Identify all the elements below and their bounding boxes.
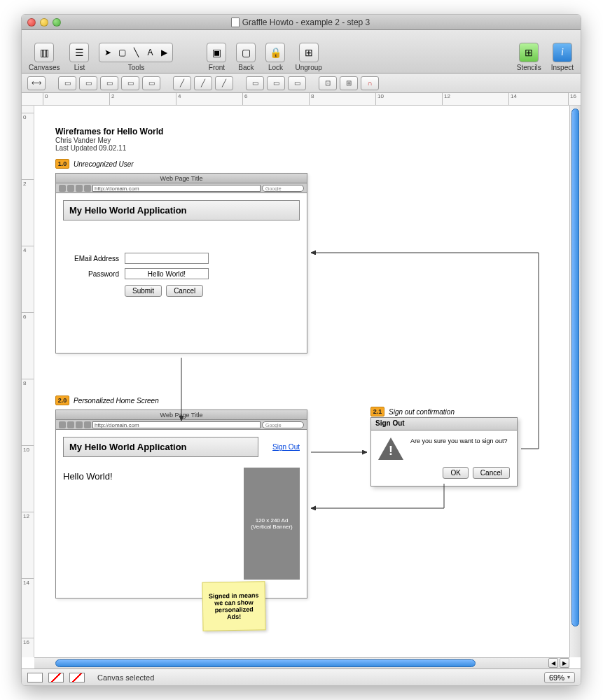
toolbar-lock[interactable]: 🔒 Lock [265,43,285,71]
signout-dialog[interactable]: Sign Out ! Are you sure you want to sign… [370,417,518,486]
nav-stop-icon [84,185,91,192]
wireframe-home[interactable]: Web Page Title http://domain.com Google … [55,410,307,598]
nav-fwd-icon [67,421,74,428]
scrollbar-vertical[interactable] [569,106,581,657]
window-title-text: Graffle Howto - example 2 - step 3 [242,18,370,27]
send-back-icon: ▢ [236,43,256,62]
toolbar-list[interactable]: ☰ List [69,43,89,71]
window-title: Graffle Howto - example 2 - step 3 [61,18,540,27]
shadow-swatch[interactable] [69,673,85,682]
grid-button[interactable]: ⊞ [340,76,358,90]
nav-back-icon [59,421,66,428]
browser-navbar-2: http://domain.com Google [56,420,307,430]
document-icon [231,18,240,27]
nav-reload-icon [76,421,83,428]
main-toolbar: ▥ Canvases ☰ List ➤ ▢ ╲ A ▶ Tools ▣ Fron… [22,30,581,74]
toolbar-stencils[interactable]: ⊞ Stencils [517,43,541,71]
cancel-button[interactable]: Cancel [166,285,203,297]
inspect-icon: i [553,43,572,62]
style-4-button[interactable]: ▭ [121,76,139,90]
url-bar-2: http://domain.com [92,421,261,428]
doc-updated: Last Updated 09.02.11 [55,144,548,152]
endpoint-2-button[interactable]: ▭ [267,76,285,90]
style-2-button[interactable]: ▭ [79,76,97,90]
status-text: Canvas selected [97,673,154,682]
wireframe-login[interactable]: Web Page Title http://domain.com Google … [55,173,307,354]
snap-button[interactable]: ⊡ [319,76,337,90]
style-3-button[interactable]: ▭ [100,76,118,90]
style-5-button[interactable]: ▭ [142,76,160,90]
doc-author: Chris Vander Mey [55,136,548,144]
dialog-title: Sign Out [371,418,517,430]
list-icon: ☰ [69,43,89,62]
search-bar: Google [262,185,304,192]
stencils-icon: ⊞ [519,43,539,62]
text-tool-icon[interactable]: A [144,46,156,59]
browser-chrome-2: Web Page Title [56,410,307,420]
status-bar: Canvas selected 69% [22,668,581,685]
align-button[interactable]: ⟷ [27,76,46,90]
email-field[interactable] [125,253,209,264]
magnet-button[interactable]: ∩ [361,76,379,90]
toolbar-back[interactable]: ▢ Back [236,43,256,71]
password-field[interactable] [125,268,209,279]
search-bar-2: Google [262,421,304,428]
toolbar-canvases[interactable]: ▥ Canvases [29,43,60,71]
step-2-badge: 2.0 [55,396,69,405]
scrollbar-h-thumb[interactable] [55,659,476,667]
scrollbar-horizontal[interactable]: ◀ ▶ [34,657,569,668]
ruler-horizontal: 0 2 4 6 8 10 12 14 16 [22,93,581,106]
submit-button[interactable]: Submit [125,285,162,297]
endpoint-3-button[interactable]: ▭ [288,76,306,90]
step-1-badge: 1.0 [55,159,69,169]
toolbar-inspect[interactable]: i Inspect [551,43,574,71]
pointer-tool-icon[interactable]: ➤ [102,46,114,59]
dialog-message: Are you sure you want to sign out? [410,438,508,444]
scrollbar-v-thumb[interactable] [571,108,579,626]
dialog-ok-button[interactable]: OK [443,467,468,479]
nav-fwd-icon [67,185,74,192]
url-bar: http://domain.com [92,185,261,192]
zoom-control[interactable]: 69% [544,672,575,683]
close-icon[interactable] [27,18,36,27]
toolbar-front[interactable]: ▣ Front [207,43,226,71]
nav-reload-icon [76,185,83,192]
endpoint-1-button[interactable]: ▭ [246,76,264,90]
toolbar-tools[interactable]: ➤ ▢ ╲ A ▶ Tools [99,43,173,71]
step-2-header: 2.0 Personalized Home Screen [55,396,159,405]
style-1-button[interactable]: ▭ [58,76,76,90]
bring-front-icon: ▣ [207,43,226,62]
nav-back-icon [59,185,66,192]
nav-stop-icon [84,421,91,428]
shape-tool-icon[interactable]: ▢ [116,46,128,59]
canvases-icon: ▥ [34,43,54,62]
browser-chrome: Web Page Title [56,174,307,183]
line-style-1-button[interactable]: ╱ [173,76,191,90]
step-21-header: 2.1 Sign out confirmation [370,407,455,416]
app-title: My Hello World Application [63,200,300,220]
dialog-cancel-button[interactable]: Cancel [473,467,510,479]
doc-title: Wireframes for Hello World [55,127,548,136]
stroke-swatch[interactable] [48,673,64,682]
titlebar: Graffle Howto - example 2 - step 3 [22,15,581,30]
ruler-vertical: 0 2 4 6 8 10 12 14 16 [22,106,34,657]
sign-out-link[interactable]: Sign Out [272,443,300,451]
more-tools-icon[interactable]: ▶ [158,46,170,59]
zoom-icon[interactable] [53,18,61,27]
line-style-3-button[interactable]: ╱ [215,76,233,90]
line-style-2-button[interactable]: ╱ [194,76,212,90]
email-label: EMail Address [63,255,119,262]
ungroup-icon: ⊞ [299,43,319,62]
scroll-left-icon[interactable]: ◀ [548,658,558,668]
canvas[interactable]: Wireframes for Hello World Chris Vander … [34,106,569,657]
scroll-right-icon[interactable]: ▶ [560,658,569,668]
toolbar-ungroup[interactable]: ⊞ Ungroup [295,43,321,71]
format-toolbar: ⟷ ▭ ▭ ▭ ▭ ▭ ╱ ╱ ╱ ▭ ▭ ▭ ⊡ ⊞ ∩ [22,74,581,93]
browser-navbar: http://domain.com Google [56,183,307,193]
step-1-header: 1.0 Unrecognized User [55,159,134,169]
step-21-badge: 2.1 [370,407,384,416]
minimize-icon[interactable] [40,18,48,27]
fill-swatch[interactable] [27,673,43,682]
sticky-note[interactable]: Signed in means we can show personalized… [202,581,265,631]
line-tool-icon[interactable]: ╲ [130,46,142,59]
